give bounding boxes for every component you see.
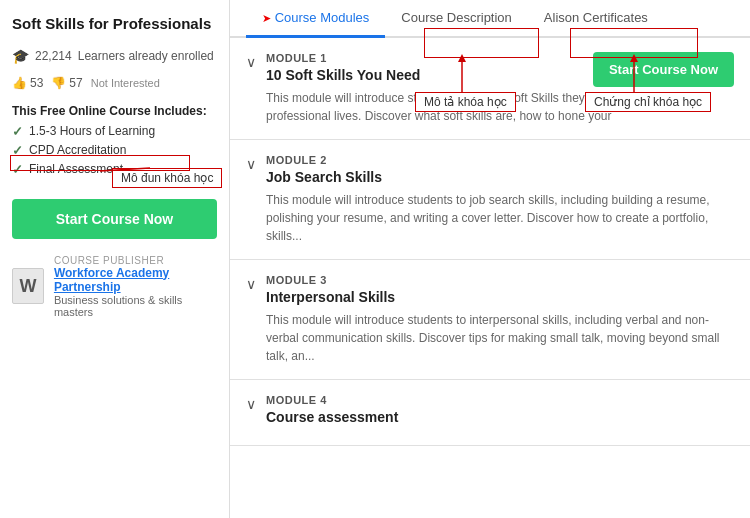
check-icon-3: ✓ [12, 162, 23, 177]
module-1-header: ∨ MODULE 1 10 Soft Skills You Need Start… [246, 52, 734, 125]
enrolled-row: 🎓 22,214 Learners already enrolled [12, 48, 217, 64]
module-1-top: MODULE 1 10 Soft Skills You Need Start C… [266, 52, 734, 89]
includes-title: This Free Online Course Includes: [12, 104, 217, 118]
module-item-4: ∨ MODULE 4 Course assessment [230, 380, 750, 446]
module-1-title: 10 Soft Skills You Need [266, 67, 420, 83]
module-1-chevron[interactable]: ∨ [246, 54, 256, 70]
module-2-content: MODULE 2 Job Search Skills This module w… [266, 154, 734, 245]
includes-item-3: ✓ Final Assessment [12, 162, 217, 177]
module-4-header: ∨ MODULE 4 Course assessment [246, 394, 734, 431]
not-interested-button[interactable]: Not Interested [91, 77, 160, 89]
tabs-bar: ➤ Course Modules Course Description Alis… [230, 0, 750, 38]
tab-alison-certificates[interactable]: Alison Certificates [528, 0, 664, 38]
module-3-desc: This module will introduce students to i… [266, 311, 734, 365]
tab-modules-label: Course Modules [275, 10, 370, 25]
includes-label-2: CPD Accreditation [29, 143, 126, 157]
check-icon-1: ✓ [12, 124, 23, 139]
includes-item-2: ✓ CPD Accreditation [12, 143, 217, 158]
module-3-header: ∨ MODULE 3 Interpersonal Skills This mod… [246, 274, 734, 365]
sidebar-start-button[interactable]: Start Course Now [12, 199, 217, 239]
module-item-2: ∨ MODULE 2 Job Search Skills This module… [230, 140, 750, 260]
modules-area: ∨ MODULE 1 10 Soft Skills You Need Start… [230, 38, 750, 518]
module-2-title: Job Search Skills [266, 169, 734, 185]
module-3-title: Interpersonal Skills [266, 289, 734, 305]
main-content: ➤ Course Modules Course Description Alis… [230, 0, 750, 518]
includes-item-1: ✓ 1.5-3 Hours of Learning [12, 124, 217, 139]
module-4-content: MODULE 4 Course assessment [266, 394, 734, 431]
enrolled-count: 22,214 [35, 49, 72, 63]
like-count: 53 [30, 76, 43, 90]
module-start-course-button[interactable]: Start Course Now [593, 52, 734, 87]
thumbs-up-icon: 👍 [12, 76, 27, 90]
module-1-number: MODULE 1 [266, 52, 420, 64]
module-1-desc: This module will introduce students to t… [266, 89, 734, 125]
thumbs-down-icon: 👎 [51, 76, 66, 90]
includes-section: This Free Online Course Includes: ✓ 1.5-… [12, 104, 217, 181]
module-4-title: Course assessment [266, 409, 734, 425]
module-2-chevron[interactable]: ∨ [246, 156, 256, 172]
course-title: Soft Skills for Professionals [12, 14, 217, 34]
includes-label-1: 1.5-3 Hours of Learning [29, 124, 155, 138]
enrolled-label: Learners already enrolled [78, 49, 214, 63]
tab-certificates-label: Alison Certificates [544, 10, 648, 25]
tab-arrow-icon: ➤ [262, 12, 271, 24]
module-3-content: MODULE 3 Interpersonal Skills This modul… [266, 274, 734, 365]
publisher-label: COURSE PUBLISHER [54, 255, 217, 266]
module-3-chevron[interactable]: ∨ [246, 276, 256, 292]
module-2-header: ∨ MODULE 2 Job Search Skills This module… [246, 154, 734, 245]
dislike-count: 57 [69, 76, 82, 90]
publisher-desc: Business solutions & skills masters [54, 294, 217, 318]
module-2-number: MODULE 2 [266, 154, 734, 166]
module-item-1: ∨ MODULE 1 10 Soft Skills You Need Start… [230, 38, 750, 140]
module-4-number: MODULE 4 [266, 394, 734, 406]
tab-course-description[interactable]: Course Description [385, 0, 528, 38]
dislike-button[interactable]: 👎 57 [51, 76, 82, 90]
publisher-name[interactable]: Workforce Academy Partnership [54, 266, 217, 294]
module-1-content: MODULE 1 10 Soft Skills You Need Start C… [266, 52, 734, 125]
graduation-icon: 🎓 [12, 48, 29, 64]
module-2-desc: This module will introduce students to j… [266, 191, 734, 245]
publisher-info: COURSE PUBLISHER Workforce Academy Partn… [54, 255, 217, 318]
module-3-number: MODULE 3 [266, 274, 734, 286]
reaction-row: 👍 53 👎 57 Not Interested [12, 76, 217, 90]
module-4-chevron[interactable]: ∨ [246, 396, 256, 412]
module-1-left: MODULE 1 10 Soft Skills You Need [266, 52, 420, 89]
includes-label-3: Final Assessment [29, 162, 123, 176]
like-button[interactable]: 👍 53 [12, 76, 43, 90]
module-item-3: ∨ MODULE 3 Interpersonal Skills This mod… [230, 260, 750, 380]
publisher-section: W COURSE PUBLISHER Workforce Academy Par… [12, 255, 217, 318]
check-icon-2: ✓ [12, 143, 23, 158]
publisher-logo: W [12, 268, 44, 304]
tab-description-label: Course Description [401, 10, 512, 25]
tab-course-modules[interactable]: ➤ Course Modules [246, 0, 385, 38]
